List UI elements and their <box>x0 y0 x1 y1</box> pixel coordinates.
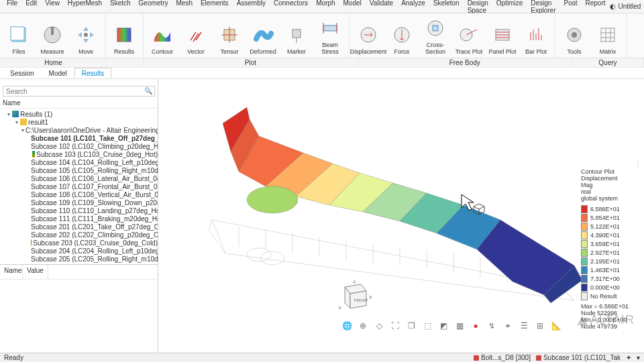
tree-subcase-7[interactable]: Subcase 108 (LC108_Vertical_Air_Burst_0d… <box>0 190 158 198</box>
panelplot-icon <box>490 23 515 47</box>
svg-rect-7 <box>292 29 301 38</box>
tab-results[interactable]: Results <box>74 68 111 78</box>
view-cube[interactable]: FRONT X Y Z <box>334 280 372 314</box>
tree-subcase-9[interactable]: Subcase 110 (LC110_Landing_p27deg_Hot) <box>0 206 158 215</box>
expand-icon[interactable]: ▾ <box>637 354 640 361</box>
files-button[interactable]: Files <box>3 15 35 56</box>
crosssection-button[interactable]: Cross-Section <box>419 15 451 56</box>
search-input[interactable] <box>3 86 155 97</box>
crosssection-icon <box>423 16 447 40</box>
tree-subcase-2[interactable]: Subcase 103 (LC103_Cruise_0deg_Hot) <box>0 150 158 158</box>
tree-subcase-3[interactable]: Subcase 104 (LC104_Rolling_Left_p10deg_H… <box>0 158 158 166</box>
deformed-button[interactable]: Deformed <box>247 15 279 56</box>
tree-subcase-13[interactable]: Subcase 203 (LC203_Cruise_0deg_Cold) <box>0 239 158 247</box>
legend-row: 2.195E+01 <box>581 257 641 265</box>
status-ready: Ready <box>4 354 23 361</box>
wing-contour-plot <box>158 79 641 347</box>
tree-subcase-12[interactable]: Subcase 202 (LC202_Climbing_p20deg_Cold) <box>0 231 158 239</box>
tree-subcase-14[interactable]: Subcase 204 (LC204_Rolling_Left_p10deg_C… <box>0 247 158 255</box>
legend-row: 0.000E+00 <box>581 283 641 292</box>
legend-row: 6.586E+01 <box>581 204 641 213</box>
tree-subcase-1[interactable]: Subcase 102 (LC102_Climbing_p20deg_Hot) <box>0 142 158 150</box>
grid-icon[interactable]: ⊞ <box>534 320 546 332</box>
vector-button[interactable]: Vector <box>180 15 212 56</box>
tree-subcase-6[interactable]: Subcase 107 (LC107_Frontal_Air_Burst_0de… <box>0 182 158 190</box>
legend-row: 2.927E+01 <box>581 248 641 257</box>
tree-subcase-0[interactable]: Subcase 101 (LC101_Take_Off_p27deg_Hot) <box>0 134 158 142</box>
displacement-button[interactable]: Displacement <box>352 15 384 56</box>
panelplot-button[interactable]: Panel Plot <box>486 15 519 56</box>
results-button[interactable]: Results <box>108 15 140 56</box>
legend-row: 7.317E+00 <box>581 274 641 283</box>
link-icon[interactable]: ⚭ <box>502 320 514 332</box>
move-icon <box>74 23 98 47</box>
tree-subcase-15[interactable]: Subcase 205 (LC205_Rolling_Right_m10deg_… <box>0 255 158 263</box>
tree-subcase-4[interactable]: Subcase 105 (LC105_Rolling_Right_m10deg_… <box>0 166 158 174</box>
mesh-icon[interactable]: ▦ <box>453 320 466 332</box>
tab-session[interactable]: Session <box>3 68 42 78</box>
tree-subcase-5[interactable]: Subcase 106 (LC106_Lateral_Air_Burst_0de… <box>0 174 158 182</box>
tensor-button[interactable]: Tensor <box>213 15 246 56</box>
matrix-button[interactable]: Matrix <box>592 15 624 56</box>
snap-icon[interactable]: ✦ <box>626 354 631 361</box>
legend-row: 5.854E+01 <box>581 213 641 222</box>
barplot-button[interactable]: Bar Plot <box>520 15 552 56</box>
section-icon[interactable]: ◩ <box>437 320 449 332</box>
svg-point-19 <box>260 251 284 265</box>
prop-value-header[interactable]: Value <box>23 265 48 279</box>
tree-subcase-10[interactable]: Subcase 111 (LC111_Braking_m20deg_Hot) <box>0 215 158 223</box>
column-header-name[interactable]: Name <box>0 98 158 109</box>
marker-button[interactable]: Marker <box>280 15 313 56</box>
force-button[interactable]: Force <box>386 15 418 56</box>
menu-bar: FileEditViewHyperMeshSketchGeometryMeshE… <box>0 0 644 13</box>
svg-rect-12 <box>433 25 438 31</box>
stack-icon[interactable]: ☰ <box>518 320 530 332</box>
tree-result1[interactable]: ▾result1 <box>0 118 158 126</box>
svg-point-18 <box>247 248 271 261</box>
fit-icon[interactable]: ⛶ <box>389 320 401 332</box>
globe-shaded-icon[interactable]: 🌐 <box>341 320 353 332</box>
browser-panel: 🔍 Name ▾Results (1)▾result1▾C:\Users\aar… <box>0 79 158 353</box>
graphics-viewport[interactable]: FRONT X Y Z 🌐 ⊕ ◇ ⛶ ❒ ⬚ ◩ ▦ ● ↯ ⚭ ☰ ⊞ 📐 <box>158 79 644 353</box>
traceplot-button[interactable]: Trace Plot <box>453 15 485 56</box>
tensor-icon <box>217 23 241 47</box>
tree-subcase-11[interactable]: Subcase 201 (LC201_Take_Off_p27deg_Cold) <box>0 223 158 231</box>
beamstress-button[interactable]: Beam Stress <box>314 15 346 56</box>
doc-title[interactable]: Untitled <box>619 3 641 10</box>
deformed-icon <box>251 23 275 47</box>
tree-results-root[interactable]: ▾Results (1) <box>0 110 158 118</box>
record-icon[interactable]: ● <box>470 320 482 332</box>
legend-row: 4.390E+01 <box>581 231 641 239</box>
barplot-icon <box>524 23 548 47</box>
tools-button[interactable]: Tools <box>558 15 590 56</box>
measure-icon <box>40 23 64 47</box>
move-button[interactable]: Move <box>70 15 102 56</box>
search-box: 🔍 <box>3 86 155 97</box>
globe-wire-icon[interactable]: ⊕ <box>357 320 369 332</box>
tree-subcase-8[interactable]: Subcase 109 (LC109_Slowing_Down_p20deg_H… <box>0 198 158 206</box>
legend-row: 5.122E+01 <box>581 222 641 231</box>
status-chip-1[interactable]: Bolt...s_D8 [300] <box>474 354 531 361</box>
contour-button[interactable]: Contour <box>146 15 178 56</box>
legend-row: 1.463E+01 <box>581 265 641 274</box>
marker-icon <box>284 23 309 47</box>
ruler-icon[interactable]: 📐 <box>550 320 562 332</box>
tree-filepath[interactable]: ▾C:\Users\aaron\OneDrive - Altair Engine… <box>0 126 158 134</box>
cube2-icon[interactable]: ⬚ <box>421 320 433 332</box>
tab-model[interactable]: Model <box>42 68 74 78</box>
prop-name-header[interactable]: Name <box>0 265 23 279</box>
diamond-icon[interactable]: ◇ <box>373 320 385 332</box>
toggle-icon[interactable]: ◐ <box>610 3 616 10</box>
svg-rect-8 <box>323 25 337 31</box>
contour-legend: ⋮ Contour PlotDisplacementMagrealglobal … <box>581 160 641 330</box>
measure-button[interactable]: Measure <box>36 15 68 56</box>
status-chip-2[interactable]: Subcase 101 (LC101_Tak <box>536 354 621 361</box>
properties-header: Name Value <box>0 264 158 279</box>
view-toolbar: 🌐 ⊕ ◇ ⛶ ❒ ⬚ ◩ ▦ ● ↯ ⚭ ☰ ⊞ 📐 <box>325 318 578 334</box>
results-tree[interactable]: ▾Results (1)▾result1▾C:\Users\aaron\OneD… <box>0 109 158 264</box>
status-bar: Ready Bolt...s_D8 [300] Subcase 101 (LC1… <box>0 353 644 362</box>
search-icon[interactable]: 🔍 <box>144 87 152 95</box>
axis-icon[interactable]: ↯ <box>486 320 498 332</box>
cube-icon[interactable]: ❒ <box>405 320 417 332</box>
legend-row: 3.659E+01 <box>581 239 641 248</box>
